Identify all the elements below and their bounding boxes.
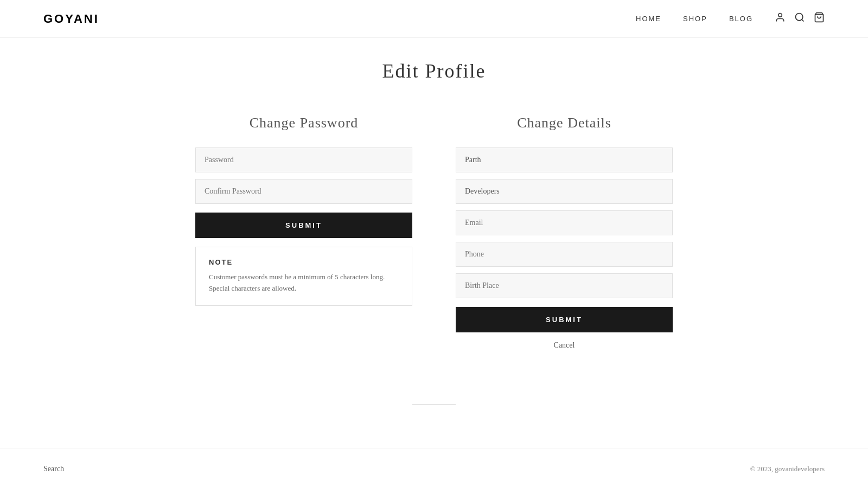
footer-copyright: © 2023, govanidevelopers [750,465,825,473]
note-text: Customer passwords must be a minimum of … [209,272,399,294]
page-divider [412,404,456,404]
last-name-field-group [456,179,673,204]
account-icon[interactable] [775,12,786,25]
nav-blog[interactable]: BLOG [729,15,753,23]
email-input[interactable] [456,210,673,235]
change-details-heading: Change Details [456,115,673,131]
cart-icon[interactable] [814,12,825,25]
svg-point-1 [796,14,803,21]
page-title-section: Edit Profile [0,38,868,93]
phone-input[interactable] [456,242,673,267]
change-password-heading: Change Password [195,115,412,131]
note-box: NOTE Customer passwords must be a minimu… [195,247,412,306]
last-name-input[interactable] [456,179,673,204]
note-title: NOTE [209,258,399,266]
first-name-input[interactable] [456,147,673,172]
email-field-group [456,210,673,235]
svg-line-2 [802,20,804,22]
change-details-section: Change Details SUBMIT Cancel [456,115,673,350]
main-content: Change Password SUBMIT NOTE Customer pas… [54,93,814,371]
svg-point-0 [778,14,782,17]
site-footer: Search © 2023, govanidevelopers [0,448,868,488]
password-input[interactable] [195,147,412,172]
cancel-link[interactable]: Cancel [456,341,673,350]
details-submit-button[interactable]: SUBMIT [456,307,673,332]
page-divider-wrapper [0,404,868,404]
confirm-password-field-group [195,179,412,204]
page-title: Edit Profile [0,60,868,82]
main-nav: HOME SHOP BLOG [636,12,825,25]
password-field-group [195,147,412,172]
birth-place-field-group [456,273,673,298]
first-name-field-group [456,147,673,172]
search-icon[interactable] [794,12,805,25]
nav-icons [775,12,825,25]
confirm-password-input[interactable] [195,179,412,204]
phone-field-group [456,242,673,267]
footer-search-link[interactable]: Search [43,465,64,473]
password-submit-button[interactable]: SUBMIT [195,213,412,238]
birth-place-input[interactable] [456,273,673,298]
nav-shop[interactable]: SHOP [683,15,707,23]
logo[interactable]: GOYANI [43,12,99,26]
site-header: GOYANI HOME SHOP BLOG [0,0,868,38]
nav-home[interactable]: HOME [636,15,661,23]
change-password-section: Change Password SUBMIT NOTE Customer pas… [195,115,412,350]
